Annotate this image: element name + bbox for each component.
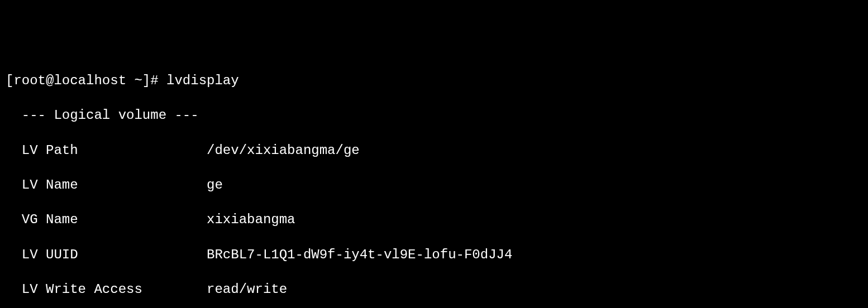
field-value: xixiabangma <box>199 212 295 227</box>
output-row: LV Name ge <box>6 176 862 194</box>
field-value: read/write <box>199 282 287 297</box>
output-row: VG Name xixiabangma <box>6 211 862 228</box>
field-label: LV Name <box>6 177 199 192</box>
shell-prompt: [root@localhost ~]# <box>6 73 166 88</box>
field-label: LV Write Access <box>6 282 199 297</box>
command-text: lvdisplay <box>166 73 239 88</box>
field-value: ge <box>199 177 223 192</box>
field-label: LV UUID <box>6 247 199 262</box>
field-label: LV Path <box>6 143 199 158</box>
section-header: --- Logical volume --- <box>6 107 862 124</box>
output-row: LV UUID BRcBL7-L1Q1-dW9f-iy4t-vl9E-lofu-… <box>6 246 862 263</box>
prompt-line: [root@localhost ~]# lvdisplay <box>6 72 862 89</box>
field-value: /dev/xixiabangma/ge <box>199 143 360 158</box>
field-value: BRcBL7-L1Q1-dW9f-iy4t-vl9E-lofu-F0dJJ4 <box>199 247 513 262</box>
field-label: VG Name <box>6 212 199 227</box>
output-row: LV Write Access read/write <box>6 281 862 298</box>
output-row: LV Path /dev/xixiabangma/ge <box>6 142 862 159</box>
